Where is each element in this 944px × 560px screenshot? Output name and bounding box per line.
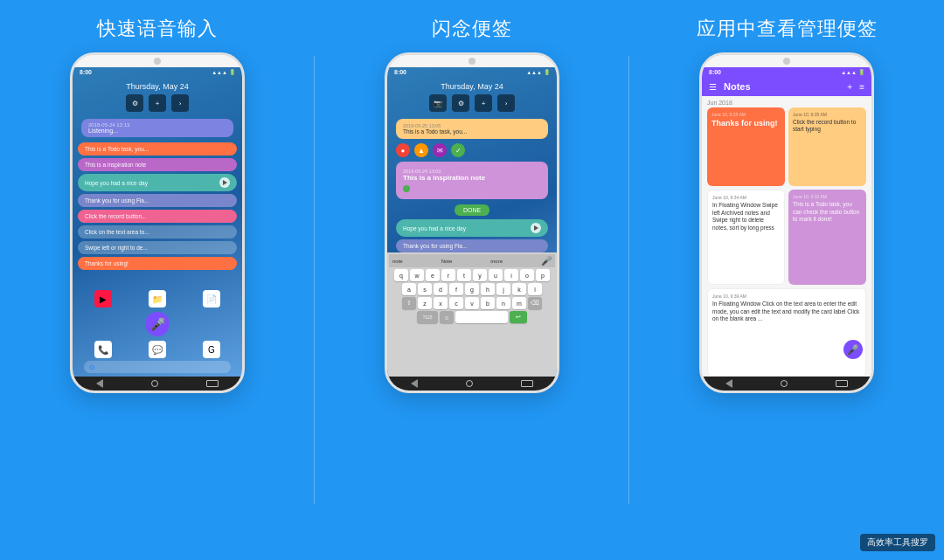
p2-key-m[interactable]: m <box>512 297 526 309</box>
p2-key-s[interactable]: s <box>418 283 432 295</box>
p2-key-c[interactable]: c <box>449 297 463 309</box>
phone3-home-btn[interactable] <box>781 380 788 387</box>
p2-key-f[interactable]: f <box>449 283 463 295</box>
phone3-time: 8:00 <box>709 69 721 75</box>
phone1-bottom-nav <box>73 377 242 391</box>
p2-key-e[interactable]: e <box>426 269 440 281</box>
p2-key-o[interactable]: o <box>520 269 534 281</box>
phone1-right-btn[interactable]: › <box>171 94 189 112</box>
p2-key-enter[interactable]: ↩ <box>510 311 527 323</box>
p3-note-2-date: June 10, 9:35 AM <box>793 112 862 117</box>
p3-add-icon[interactable]: + <box>847 82 852 92</box>
p3-top-right-icons: + ≡ <box>847 82 864 92</box>
p2-key-k[interactable]: k <box>512 283 526 295</box>
p1-note-1: This is a Todo task, you... <box>78 142 237 156</box>
p1-note-7: Swipe left or right to de... <box>78 241 237 254</box>
p2-key-r[interactable]: r <box>441 269 455 281</box>
p3-note-5-date: June 10, 9:39 AM <box>712 294 861 299</box>
phone1-add-btn[interactable]: + <box>149 94 166 112</box>
phone1-screen: 8:00 ▲▲▲ 🔋 Thursday, May 24 ⚙ + › 2018-0… <box>73 67 242 377</box>
phone2-add-btn[interactable]: + <box>475 94 492 112</box>
p3-note-3[interactable]: June 10, 9:34 AM In Floating Window Swip… <box>707 190 785 285</box>
p2-key-shift[interactable]: ⇧ <box>402 297 416 309</box>
p2-key-y[interactable]: y <box>473 269 487 281</box>
p3-filter-icon[interactable]: ≡ <box>859 82 864 92</box>
p2-keyboard: note Note more 🎤 q w e r t y u i <box>387 252 557 377</box>
phone2-right-btn[interactable]: › <box>497 94 515 112</box>
phone1-settings-btn[interactable]: ⚙ <box>126 94 143 112</box>
p1-search-g: G <box>89 363 94 371</box>
p2-mic-suggestion[interactable]: 🎤 <box>541 256 552 266</box>
p1-note-4-text: Thank you for using Fla... <box>85 197 149 204</box>
p2-key-q[interactable]: q <box>394 269 408 281</box>
phone2-statusbar: 8:00 ▲▲▲ 🔋 <box>387 67 557 77</box>
phone1-camera <box>154 58 161 65</box>
p1-note-6: Click on the text area to... <box>78 225 237 239</box>
p2-done-btn[interactable]: DONE <box>455 204 489 216</box>
p2-check-btn[interactable]: ✓ <box>451 143 465 157</box>
p1-google-icon[interactable]: G <box>203 341 220 358</box>
p2-key-d[interactable]: d <box>434 283 448 295</box>
p2-key-row-4: ?123 ☺ ↩ <box>389 311 555 323</box>
p2-key-space[interactable] <box>455 311 508 323</box>
p1-msg-icon[interactable]: 💬 <box>149 341 166 358</box>
phone1-back-btn[interactable] <box>96 379 103 388</box>
p1-note-7-text: Swipe left or right to de... <box>85 245 148 251</box>
p2-play-btn-1[interactable] <box>531 223 541 233</box>
p2-bottom-notes: Hope you had a nice day Thank you for us… <box>387 219 557 252</box>
p1-note-3-play[interactable] <box>219 177 230 188</box>
p2-key-i[interactable]: i <box>504 269 518 281</box>
p3-note-4[interactable]: June 10, 9:32 AM This is a Todo task, yo… <box>788 190 866 285</box>
p2-key-v[interactable]: v <box>465 297 479 309</box>
p1-note-6-text: Click on the text area to... <box>85 229 149 235</box>
phone2-time: 8:00 <box>394 69 406 75</box>
phone3-status-icons: ▲▲▲ 🔋 <box>841 69 864 75</box>
p2-key-g[interactable]: g <box>465 283 479 295</box>
p2-key-w[interactable]: w <box>410 269 424 281</box>
p2-key-b[interactable]: b <box>481 297 495 309</box>
p1-youtube-icon[interactable]: ▶ <box>94 290 112 308</box>
p2-note-dot <box>403 185 410 192</box>
p2-key-emoji[interactable]: ☺ <box>440 311 454 323</box>
phone2-back-btn[interactable] <box>411 379 418 388</box>
p1-phone-icon[interactable]: 📞 <box>94 341 112 358</box>
p1-mic-button[interactable]: 🎤 <box>145 312 170 336</box>
p2-key-u[interactable]: u <box>489 269 503 281</box>
p3-note-1[interactable]: June 10, 9:28 AM Thanks for using! <box>707 107 785 186</box>
phone2-settings-btn[interactable]: ⚙ <box>452 94 469 112</box>
phone2-camera-btn[interactable]: 📷 <box>429 94 447 112</box>
p2-key-n[interactable]: n <box>496 297 510 309</box>
p2-key-backspace[interactable]: ⌫ <box>528 297 542 309</box>
phone3-back-btn[interactable] <box>725 379 732 388</box>
p1-files-icon[interactable]: 📁 <box>149 290 166 308</box>
p2-key-t[interactable]: t <box>457 269 471 281</box>
p1-extra-icon[interactable]: 📄 <box>203 290 220 308</box>
phone1-time: 8:00 <box>80 69 92 75</box>
p1-search-bar[interactable]: G <box>84 361 230 373</box>
p2-key-z[interactable]: z <box>418 297 432 309</box>
p2-key-x[interactable]: x <box>434 297 448 309</box>
p2-share-btn[interactable]: ✉ <box>433 143 447 157</box>
p2-key-a[interactable]: a <box>402 283 416 295</box>
p2-delete-btn[interactable]: ● <box>396 143 410 157</box>
p2-key-l[interactable]: l <box>528 283 542 295</box>
p1-note-3-text: Hope you had a nice day <box>85 180 148 186</box>
phone1-recent-btn[interactable] <box>206 380 219 387</box>
p2-key-j[interactable]: j <box>496 283 510 295</box>
phone2-recent-btn[interactable] <box>521 380 533 387</box>
phone1-home-btn[interactable] <box>151 380 158 387</box>
p3-note-4-date: June 10, 9:32 AM <box>793 194 862 199</box>
p3-note-5-text: In Floating Window Click on the text are… <box>712 301 861 322</box>
p2-edit-btn[interactable]: ▲ <box>414 143 428 157</box>
p2-key-123[interactable]: ?123 <box>417 311 438 323</box>
phone3-screen: 8:00 ▲▲▲ 🔋 ☰ Notes + ≡ <box>702 67 871 377</box>
p2-key-p[interactable]: p <box>536 269 550 281</box>
phone2-home-btn[interactable] <box>466 380 473 387</box>
p3-mic-fab[interactable]: 🎤 <box>843 340 863 359</box>
p3-note-2[interactable]: June 10, 9:35 AM Click the record button… <box>788 107 866 186</box>
p3-note-5[interactable]: June 10, 9:39 AM In Floating Window Clic… <box>707 288 866 377</box>
p2-key-row-1: q w e r t y u i o p <box>389 269 555 281</box>
p2-key-h[interactable]: h <box>481 283 495 295</box>
phone3-recent-btn[interactable] <box>836 380 848 387</box>
p3-menu-icon[interactable]: ☰ <box>709 82 717 92</box>
